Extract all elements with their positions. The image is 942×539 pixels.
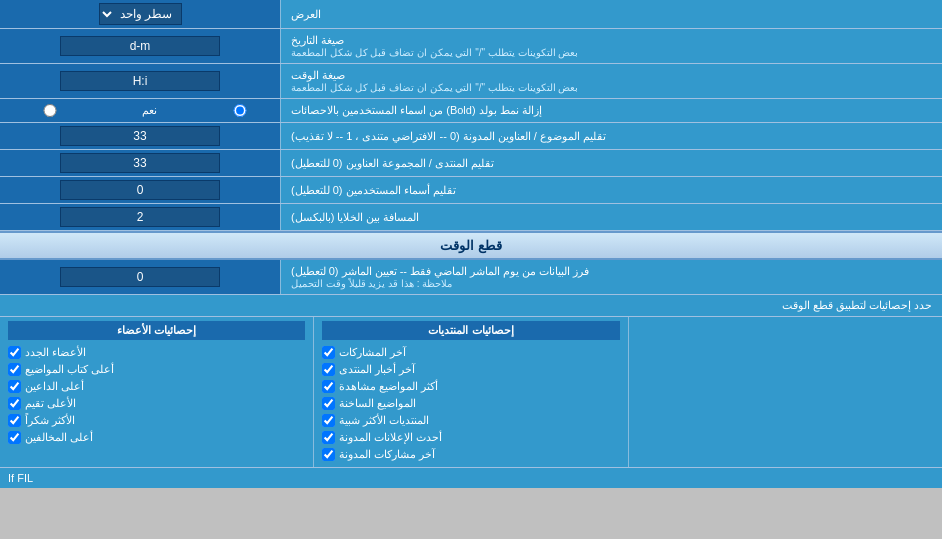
cutoff-section-header: قطع الوقت bbox=[0, 231, 942, 260]
checkbox-hot-topics: المواضيع الساخنة bbox=[322, 395, 619, 412]
bold-no-radio[interactable] bbox=[0, 104, 130, 117]
user-names-input-cell bbox=[0, 177, 280, 203]
bold-no-label: لا bbox=[0, 104, 130, 117]
cutoff-input[interactable] bbox=[60, 267, 220, 287]
checkbox-new-members: الأعضاء الجدد bbox=[8, 344, 305, 361]
member-stats-header: إحصائيات الأعضاء bbox=[8, 321, 305, 340]
display-mode-select[interactable]: سطر واحد سطران ثلاثة أسطر bbox=[99, 3, 182, 25]
date-format-row: صيغة التاريخ بعض التكوينات يتطلب "/" الت… bbox=[0, 29, 942, 64]
checkbox-new-members-input[interactable] bbox=[8, 346, 21, 359]
time-format-input[interactable] bbox=[60, 71, 220, 91]
cutoff-input-cell bbox=[0, 260, 280, 294]
time-format-input-cell bbox=[0, 64, 280, 98]
checkboxes-section: إحصائيات المنتديات آخر المشاركات آخر أخب… bbox=[0, 317, 942, 468]
checkbox-last-posts: آخر المشاركات bbox=[322, 344, 619, 361]
display-mode-cell: سطر واحد سطران ثلاثة أسطر bbox=[0, 0, 280, 28]
topic-header-label: تقليم الموضوع / العناوين المدونة (0 -- ا… bbox=[280, 123, 942, 149]
bold-remove-radio-cell: نعم لا bbox=[0, 99, 280, 122]
user-names-label: تقليم أسماء المستخدمين (0 للتعطيل) bbox=[280, 177, 942, 203]
if-fil-row: If FIL bbox=[0, 468, 942, 488]
title-label: العرض bbox=[280, 0, 942, 28]
topic-header-row: تقليم الموضوع / العناوين المدونة (0 -- ا… bbox=[0, 123, 942, 150]
cell-gap-label: المسافة بين الخلايا (بالبكسل) bbox=[280, 204, 942, 230]
limit-label-row: حدد إحصائيات لتطبيق قطع الوقت bbox=[0, 295, 942, 317]
checkbox-most-thanked-input[interactable] bbox=[8, 414, 21, 427]
bold-yes-label: نعم bbox=[142, 104, 320, 117]
checkbox-most-viewed: أكثر المواضيع مشاهدة bbox=[322, 378, 619, 395]
checkbox-top-rated-input[interactable] bbox=[8, 397, 21, 410]
title-row: العرض سطر واحد سطران ثلاثة أسطر bbox=[0, 0, 942, 29]
checkbox-last-blog-posts-input[interactable] bbox=[322, 448, 335, 461]
checkbox-latest-announcements-input[interactable] bbox=[322, 431, 335, 444]
user-names-input[interactable] bbox=[60, 180, 220, 200]
main-container: العرض سطر واحد سطران ثلاثة أسطر صيغة الت… bbox=[0, 0, 942, 488]
checkbox-most-thanked: الأكثر شكراً bbox=[8, 412, 305, 429]
user-names-row: تقليم أسماء المستخدمين (0 للتعطيل) bbox=[0, 177, 942, 204]
checkbox-most-like-forums: المنتديات الأكثر شبية bbox=[322, 412, 619, 429]
checkbox-top-violators-input[interactable] bbox=[8, 431, 21, 444]
date-format-label: صيغة التاريخ بعض التكوينات يتطلب "/" الت… bbox=[280, 29, 942, 63]
checkbox-top-inviters: أعلى الداعين bbox=[8, 378, 305, 395]
topic-header-input-cell bbox=[0, 123, 280, 149]
checkbox-last-posts-input[interactable] bbox=[322, 346, 335, 359]
bold-remove-row: إزالة نمط بولد (Bold) من اسماء المستخدمي… bbox=[0, 99, 942, 123]
empty-col bbox=[628, 317, 942, 467]
checkbox-forum-news: آخر أخبار المنتدى bbox=[322, 361, 619, 378]
checkbox-top-rated: الأعلى تقيم bbox=[8, 395, 305, 412]
time-format-row: صيغة الوقت بعض التكوينات يتطلب "/" التي … bbox=[0, 64, 942, 99]
forum-header-row: تقليم المنتدى / المجموعة العناوين (0 للت… bbox=[0, 150, 942, 177]
forum-header-input[interactable] bbox=[60, 153, 220, 173]
checkbox-top-posters-input[interactable] bbox=[8, 363, 21, 376]
forum-header-label: تقليم المنتدى / المجموعة العناوين (0 للت… bbox=[280, 150, 942, 176]
forum-stats-header: إحصائيات المنتديات bbox=[322, 321, 619, 340]
cell-gap-input-cell bbox=[0, 204, 280, 230]
member-stats-col: إحصائيات الأعضاء الأعضاء الجدد أعلى كتاب… bbox=[0, 317, 313, 467]
checkbox-top-inviters-input[interactable] bbox=[8, 380, 21, 393]
date-format-input-cell bbox=[0, 29, 280, 63]
checkbox-latest-announcements: أحدث الإعلانات المدونة bbox=[322, 429, 619, 446]
checkbox-last-blog-posts: آخر مشاركات المدونة bbox=[322, 446, 619, 463]
cell-gap-row: المسافة بين الخلايا (بالبكسل) bbox=[0, 204, 942, 231]
cutoff-row: فرز البيانات من يوم الماشر الماضي فقط --… bbox=[0, 260, 942, 295]
checkbox-hot-topics-input[interactable] bbox=[322, 397, 335, 410]
checkbox-forum-news-input[interactable] bbox=[322, 363, 335, 376]
forum-header-input-cell bbox=[0, 150, 280, 176]
checkbox-top-violators: أعلى المخالفين bbox=[8, 429, 305, 446]
bold-yes-radio[interactable] bbox=[160, 104, 320, 117]
topic-header-input[interactable] bbox=[60, 126, 220, 146]
date-format-input[interactable] bbox=[60, 36, 220, 56]
cutoff-label: فرز البيانات من يوم الماشر الماضي فقط --… bbox=[280, 260, 942, 294]
forum-stats-col: إحصائيات المنتديات آخر المشاركات آخر أخب… bbox=[313, 317, 627, 467]
checkbox-top-posters: أعلى كتاب المواضيع bbox=[8, 361, 305, 378]
checkbox-most-viewed-input[interactable] bbox=[322, 380, 335, 393]
bold-remove-label: إزالة نمط بولد (Bold) من اسماء المستخدمي… bbox=[280, 99, 942, 122]
cell-gap-input[interactable] bbox=[60, 207, 220, 227]
checkbox-most-like-forums-input[interactable] bbox=[322, 414, 335, 427]
time-format-label: صيغة الوقت بعض التكوينات يتطلب "/" التي … bbox=[280, 64, 942, 98]
